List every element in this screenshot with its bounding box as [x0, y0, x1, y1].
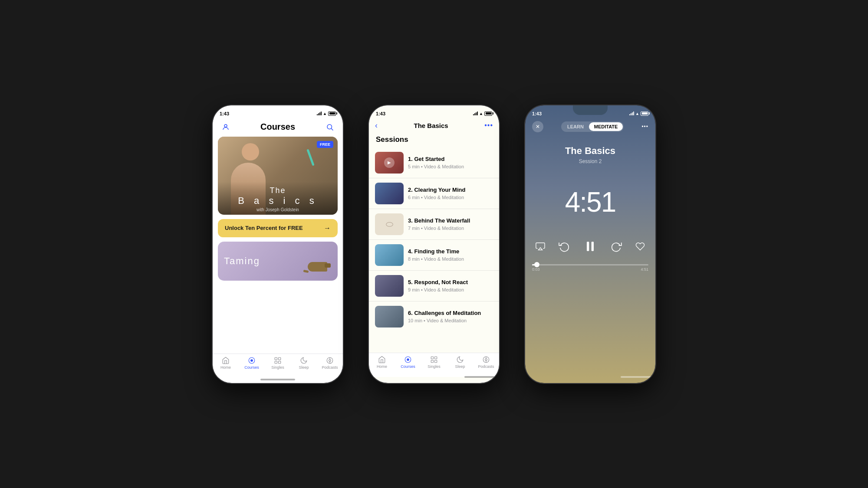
status-time-3: 1:43 [532, 111, 542, 116]
search-icon-button[interactable] [324, 121, 336, 133]
session-item-4[interactable]: 4. Finding the Time 8 min • Video & Medi… [369, 240, 499, 271]
courses-title: Courses [260, 122, 295, 132]
nav-home-label-2: Home [377, 364, 387, 369]
svg-rect-25 [592, 242, 594, 251]
player-progress-area[interactable]: 0:03 4:51 [525, 264, 655, 272]
status-time-2: 1:43 [376, 111, 385, 116]
svg-rect-6 [279, 357, 281, 360]
signal-icon-3 [629, 111, 634, 115]
session-6-title: 6. Challenges of Meditation [408, 310, 493, 317]
svg-point-1 [327, 124, 332, 129]
sessions-section-label: Sessions [369, 134, 499, 147]
taming-card[interactable]: Taming [218, 242, 338, 281]
battery-icon-3 [641, 111, 648, 116]
nav-sleep-1[interactable]: Sleep [291, 357, 317, 370]
nav-singles-label-1: Singles [271, 365, 284, 370]
more-options-button[interactable]: ••• [484, 121, 493, 129]
session-2-info: 2. Clearing Your Mind 6 min • Video & Me… [408, 187, 493, 200]
session-3-title: 3. Behind The Waterfall [408, 217, 493, 225]
session-4-title: 4. Finding the Time [408, 248, 493, 255]
session-6-meta: 10 min • Video & Meditation [408, 318, 493, 323]
sessions-page-title: The Basics [414, 122, 448, 129]
session-item-3[interactable]: ⬭ 3. Behind The Waterfall 7 min • Video … [369, 209, 499, 240]
rewind-15-button[interactable] [557, 239, 570, 254]
svg-rect-18 [435, 360, 437, 362]
airplay-button[interactable] [534, 239, 547, 254]
unlock-button[interactable]: Unlock Ten Percent for FREE → [218, 219, 338, 237]
nav-podcasts-2[interactable]: Podcasts [473, 356, 499, 369]
nav-home-2[interactable]: Home [369, 356, 395, 369]
session-3-info: 3. Behind The Waterfall 7 min • Video & … [408, 217, 493, 231]
phone-3-player: 1:43 ▲ ✕ LEARN MEDITATE ••• [525, 105, 655, 383]
player-session-label: Session 2 [534, 158, 647, 164]
nav-home-1[interactable]: Home [213, 357, 239, 370]
progress-bar[interactable] [532, 264, 648, 265]
notch-cutout-3 [573, 105, 608, 115]
forward-15-button[interactable] [610, 239, 623, 254]
bottom-nav-2: Home Courses Singles Sleep [369, 353, 499, 377]
progress-total-time: 4:51 [641, 267, 648, 272]
phone-1-courses: 1:43 ▲ Courses [213, 105, 343, 383]
session-item-1[interactable]: ▶ 1. Get Started 5 min • Video & Meditat… [369, 147, 499, 178]
session-4-thumb [375, 244, 404, 266]
free-badge: FREE [317, 141, 333, 148]
session-2-title: 2. Clearing Your Mind [408, 187, 493, 194]
nav-sleep-2[interactable]: Sleep [447, 356, 473, 369]
svg-line-2 [331, 128, 333, 130]
player-course-title: The Basics [534, 145, 647, 157]
session-4-meta: 8 min • Video & Meditation [408, 256, 493, 262]
player-time-display: 4:51 [534, 186, 647, 218]
course-card-title: The B a s i c s [224, 186, 332, 206]
battery-icon-2 [484, 111, 492, 116]
unlock-arrow-icon: → [324, 224, 331, 232]
back-button[interactable]: ‹ [375, 121, 378, 130]
svg-point-0 [224, 124, 227, 127]
progress-thumb[interactable] [534, 262, 539, 267]
phone-2-sessions: 1:43 ▲ ‹ The Basics ••• Sessions [369, 105, 499, 383]
nav-singles-1[interactable]: Singles [265, 357, 291, 370]
home-indicator-1 [260, 379, 295, 380]
status-time-1: 1:43 [220, 111, 229, 116]
signal-icon-1 [317, 111, 322, 115]
svg-point-10 [329, 359, 331, 361]
session-1-info: 1. Get Started 5 min • Video & Meditatio… [408, 156, 493, 169]
player-header: ✕ LEARN MEDITATE ••• [525, 119, 655, 137]
user-icon-button[interactable] [220, 121, 232, 133]
phone2-screen: 1:43 ▲ ‹ The Basics ••• Sessions [369, 105, 499, 383]
wifi-icon-1: ▲ [323, 111, 327, 116]
progress-current-time: 0:03 [532, 267, 540, 272]
svg-rect-5 [275, 357, 277, 360]
play-pause-button[interactable] [581, 236, 599, 257]
the-basics-card[interactable]: FREE The B a s i c s with Joseph Goldste… [218, 137, 338, 215]
session-item-6[interactable]: 6. Challenges of Meditation 10 min • Vid… [369, 301, 499, 332]
player-more-button[interactable]: ••• [641, 124, 648, 130]
status-icons-1: ▲ [317, 111, 336, 116]
player-tabs: LEARN MEDITATE [561, 121, 624, 132]
session-6-info: 6. Challenges of Meditation 10 min • Vid… [408, 310, 493, 323]
session-item-5[interactable]: 5. Respond, Not React 9 min • Video & Me… [369, 271, 499, 301]
course-card-author: with Joseph Goldstein [224, 207, 332, 212]
nav-courses-2[interactable]: Courses [395, 356, 421, 369]
session-5-title: 5. Respond, Not React [408, 279, 493, 286]
session-item-2[interactable]: 2. Clearing Your Mind 6 min • Video & Me… [369, 178, 499, 209]
course-card-overlay: The B a s i c s with Joseph Goldstein [218, 182, 338, 215]
svg-marker-23 [539, 247, 542, 250]
nav-sleep-label-2: Sleep [455, 364, 465, 369]
tab-learn[interactable]: LEARN [562, 122, 589, 131]
unlock-button-label: Unlock Ten Percent for FREE [225, 225, 303, 231]
nav-courses-1[interactable]: Courses [239, 357, 265, 370]
nav-singles-2[interactable]: Singles [421, 356, 447, 369]
notch-cutout-1 [260, 105, 295, 115]
close-button[interactable]: ✕ [532, 121, 543, 132]
svg-rect-7 [275, 361, 277, 363]
svg-point-14 [407, 358, 409, 360]
session-2-meta: 6 min • Video & Meditation [408, 195, 493, 200]
svg-rect-8 [279, 361, 281, 363]
status-icons-3: ▲ [629, 111, 648, 116]
session-4-info: 4. Finding the Time 8 min • Video & Medi… [408, 248, 493, 262]
tab-meditate[interactable]: MEDITATE [589, 122, 623, 131]
nav-podcasts-1[interactable]: Podcasts [317, 357, 343, 370]
favorite-button[interactable] [634, 239, 647, 254]
session-1-thumb: ▶ [375, 152, 404, 174]
session-list: ▶ 1. Get Started 5 min • Video & Meditat… [369, 147, 499, 353]
